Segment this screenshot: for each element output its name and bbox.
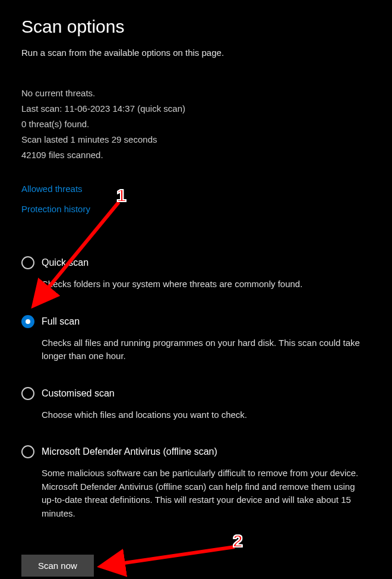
status-no-threats: No current threats.: [21, 86, 371, 100]
status-duration: Scan lasted 1 minutes 29 seconds: [21, 133, 371, 147]
radio-icon: [21, 256, 34, 269]
allowed-threats-link[interactable]: Allowed threats: [21, 184, 83, 194]
svg-line-2: [104, 547, 235, 566]
radio-label: Microsoft Defender Antivirus (offline sc…: [42, 446, 217, 457]
status-threats-found: 0 threat(s) found.: [21, 117, 371, 131]
radio-desc: Choose which files and locations you wan…: [42, 408, 365, 422]
radio-icon: [21, 315, 34, 328]
radio-label: Full scan: [42, 316, 80, 327]
radio-label: Customised scan: [42, 388, 115, 399]
radio-desc: Checks folders in your system where thre…: [42, 278, 365, 291]
radio-desc: Checks all files and running programmes …: [42, 336, 365, 363]
radio-option-offline-scan[interactable]: Microsoft Defender Antivirus (offline sc…: [21, 445, 371, 520]
annotation-number-2: 2: [233, 531, 243, 551]
radio-option-quick-scan[interactable]: Quick scan Checks folders in your system…: [21, 256, 371, 291]
status-files-scanned: 42109 files scanned.: [21, 148, 371, 162]
status-block: No current threats. Last scan: 11-06-202…: [21, 86, 371, 162]
radio-desc: Some malicious software can be particula…: [42, 467, 365, 520]
radio-option-customised-scan[interactable]: Customised scan Choose which files and l…: [21, 387, 371, 422]
radio-icon: [21, 387, 34, 400]
scan-options-group: Quick scan Checks folders in your system…: [21, 256, 371, 520]
protection-history-link[interactable]: Protection history: [21, 204, 90, 214]
radio-icon: [21, 445, 34, 458]
scan-now-button[interactable]: Scan now: [21, 555, 94, 577]
page-subtitle: Run a scan from the available options on…: [21, 48, 371, 58]
radio-option-full-scan[interactable]: Full scan Checks all files and running p…: [21, 315, 371, 363]
status-last-scan: Last scan: 11-06-2023 14:37 (quick scan): [21, 102, 371, 116]
page-title: Scan options: [21, 17, 371, 37]
radio-label: Quick scan: [42, 257, 88, 268]
annotation-number-1: 1: [116, 185, 127, 206]
